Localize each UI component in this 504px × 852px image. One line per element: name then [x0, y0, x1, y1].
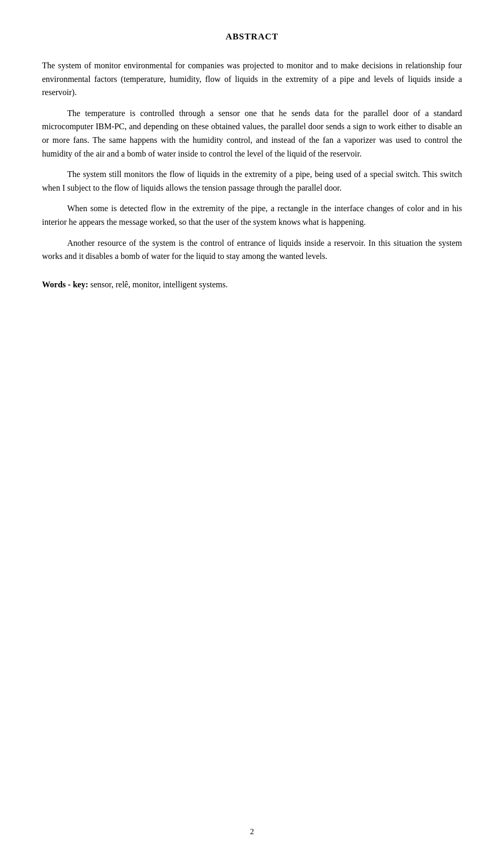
paragraph-3: The system still monitors the flow of li… — [42, 168, 462, 194]
paragraph-2: The temperature is controlled through a … — [42, 107, 462, 160]
keywords-section: Words - key: sensor, relê, monitor, inte… — [42, 278, 462, 292]
paragraph-3-text: The system still monitors the flow of li… — [42, 170, 462, 192]
page-number: 2 — [250, 827, 254, 836]
paragraph-1: The system of monitor environmental for … — [42, 59, 462, 99]
paragraph-1-text: The system of monitor environmental for … — [42, 61, 462, 97]
abstract-title: ABSTRACT — [42, 32, 462, 42]
keywords-label: Words - key: — [42, 280, 88, 289]
paragraph-2-text: The temperature is controlled through a … — [42, 109, 462, 158]
paragraph-5: Another resource of the system is the co… — [42, 236, 462, 263]
page: ABSTRACT The system of monitor environme… — [0, 0, 504, 852]
paragraph-5-text: Another resource of the system is the co… — [42, 238, 462, 261]
keywords-value: sensor, relê, monitor, intelligent syste… — [88, 280, 228, 289]
paragraph-4: When some is detected flow in the extrem… — [42, 202, 462, 228]
paragraph-4-text: When some is detected flow in the extrem… — [42, 204, 462, 226]
